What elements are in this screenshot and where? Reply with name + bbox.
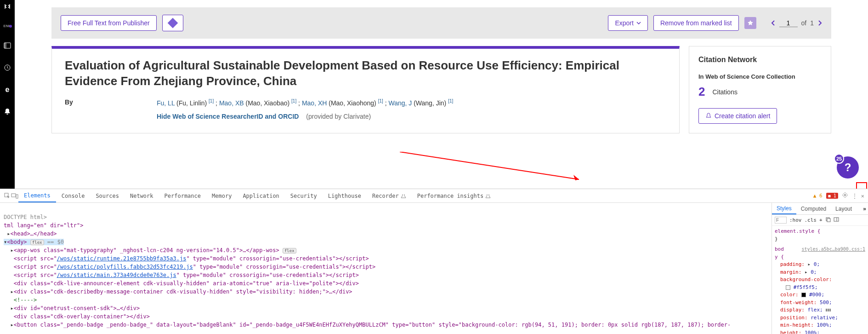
- page-input[interactable]: [779, 19, 798, 27]
- affil-sup[interactable]: [1]: [378, 98, 383, 104]
- diamond-icon: [167, 18, 178, 29]
- provided-by: (provided by Clarivate): [306, 113, 371, 120]
- pagination: of 1: [771, 19, 822, 27]
- bookmark-button[interactable]: [744, 17, 756, 29]
- citation-network-panel: Citation Network In Web of Science Core …: [689, 46, 831, 133]
- prev-page-button[interactable]: [771, 20, 776, 26]
- notification-dot: [9, 25, 12, 28]
- citation-collection: In Web of Science Core Collection: [698, 73, 822, 80]
- by-label: By: [65, 98, 157, 106]
- citation-heading: Citation Network: [698, 56, 822, 64]
- clock-icon[interactable]: [3, 63, 12, 72]
- citation-count[interactable]: 2: [698, 85, 705, 99]
- left-sidebar: ENU e: [0, 0, 15, 133]
- of-label: of: [801, 19, 807, 27]
- letter-icon[interactable]: e: [3, 85, 12, 94]
- author-link[interactable]: Mao, XB: [219, 99, 244, 106]
- affil-sup[interactable]: [1]: [209, 98, 214, 104]
- record-toolbar: Free Full Text from Publisher Export Rem…: [51, 7, 831, 39]
- hide-orcid-link[interactable]: Hide Web of Science ResearcherID and ORC…: [157, 113, 299, 120]
- affil-sup[interactable]: [1]: [291, 98, 296, 104]
- author-link[interactable]: Wang, J: [388, 99, 412, 106]
- publisher-icon-button[interactable]: [162, 15, 183, 31]
- citation-word: Citations: [712, 88, 737, 96]
- author-link[interactable]: Mao, XH: [302, 99, 327, 106]
- svg-rect-1: [4, 43, 6, 48]
- export-button[interactable]: Export: [608, 15, 647, 31]
- total-label: 1: [810, 19, 814, 27]
- bell-icon: [705, 113, 712, 119]
- panel-icon[interactable]: [3, 41, 12, 50]
- sidebar-collapse-icon[interactable]: [3, 2, 12, 11]
- record-title: Evaluation of Agricultural Sustainable D…: [65, 58, 666, 89]
- export-label: Export: [615, 19, 633, 27]
- next-page-button[interactable]: [817, 20, 822, 26]
- create-citation-alert-button[interactable]: Create citation alert: [698, 108, 777, 124]
- free-full-text-button[interactable]: Free Full Text from Publisher: [61, 15, 157, 31]
- author-link[interactable]: Fu, LL: [157, 99, 175, 106]
- chevron-down-icon: [636, 22, 641, 24]
- bell-icon[interactable]: [3, 107, 12, 116]
- authors: Fu, LL (Fu, Linlin) [1] ; Mao, XB (Mao, …: [157, 98, 666, 107]
- remove-marked-button[interactable]: Remove from marked list: [653, 15, 739, 31]
- record-panel: Evaluation of Agricultural Sustainable D…: [51, 46, 680, 133]
- affil-sup[interactable]: [1]: [448, 98, 453, 104]
